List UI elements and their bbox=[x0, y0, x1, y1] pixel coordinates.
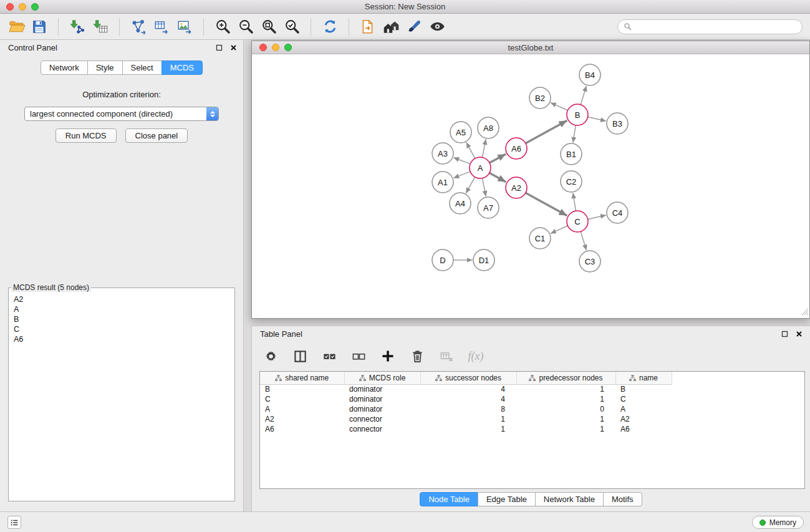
close-panel-icon[interactable] bbox=[230, 44, 237, 51]
home-views-button[interactable] bbox=[381, 17, 401, 37]
node-C2[interactable]: C2 bbox=[561, 171, 582, 192]
tab-network-table[interactable]: Network Table bbox=[535, 492, 604, 506]
edge-A-A3[interactable] bbox=[453, 158, 470, 164]
delete-row-button[interactable] bbox=[408, 347, 426, 365]
tab-edge-table[interactable]: Edge Table bbox=[478, 492, 536, 506]
edge-B-B2[interactable] bbox=[551, 103, 568, 110]
zoom-out-button[interactable] bbox=[236, 17, 256, 37]
column-header-predecessor-nodes[interactable]: predecessor nodes bbox=[516, 372, 615, 384]
mcds-result-item[interactable]: A2 bbox=[14, 294, 229, 304]
edge-C-C2[interactable] bbox=[573, 193, 576, 211]
node-C4[interactable]: C4 bbox=[607, 202, 628, 223]
mcds-result-item[interactable]: C bbox=[14, 324, 229, 334]
panel-list-button[interactable] bbox=[7, 516, 21, 529]
minimize-view-button[interactable] bbox=[272, 44, 279, 51]
tab-style[interactable]: Style bbox=[87, 60, 123, 75]
edge-A-A5[interactable] bbox=[466, 142, 475, 158]
search-input[interactable] bbox=[635, 22, 796, 31]
table-row[interactable]: Bdominator41B bbox=[260, 384, 672, 394]
column-header-MCDS-role[interactable]: MCDS role bbox=[344, 372, 420, 384]
network-canvas[interactable]: B4B2BB3A5A8A6A3B1AA1C2A2A4A7CC4C1C3DD1 bbox=[252, 54, 809, 318]
app-titlebar[interactable]: Session: New Session bbox=[0, 0, 810, 14]
float-panel-icon[interactable] bbox=[216, 44, 223, 51]
mcds-result-item[interactable]: B bbox=[14, 314, 229, 324]
mcds-result-list[interactable]: A2ABCA6 bbox=[10, 293, 233, 500]
node-D1[interactable]: D1 bbox=[473, 249, 494, 271]
column-header-name[interactable]: name bbox=[615, 372, 672, 384]
mcds-result-item[interactable]: A bbox=[14, 304, 229, 314]
node-B4[interactable]: B4 bbox=[579, 64, 600, 85]
node-B2[interactable]: B2 bbox=[529, 87, 551, 109]
birdseye-view-button[interactable] bbox=[404, 17, 424, 37]
node-A6[interactable]: A6 bbox=[506, 138, 527, 159]
tab-motifs[interactable]: Motifs bbox=[603, 492, 642, 506]
tab-mcds[interactable]: MCDS bbox=[162, 60, 203, 75]
edge-C-C3[interactable] bbox=[581, 231, 586, 250]
search-box[interactable] bbox=[617, 19, 803, 34]
node-D[interactable]: D bbox=[432, 249, 453, 271]
node-C1[interactable]: C1 bbox=[529, 228, 551, 249]
tab-node-table[interactable]: Node Table bbox=[420, 492, 478, 506]
import-table-button[interactable] bbox=[90, 17, 110, 37]
edge-A-A1[interactable] bbox=[453, 172, 470, 178]
close-panel-icon[interactable] bbox=[796, 331, 803, 337]
node-A7[interactable]: A7 bbox=[478, 197, 499, 218]
run-mcds-button[interactable]: Run MCDS bbox=[55, 128, 117, 143]
close-view-button[interactable] bbox=[259, 44, 267, 51]
open-folder-button[interactable] bbox=[6, 17, 26, 37]
edge-B-B3[interactable] bbox=[588, 117, 606, 121]
mcds-result-item[interactable]: A6 bbox=[14, 334, 229, 344]
memory-button[interactable]: Memory bbox=[752, 516, 804, 529]
table-row[interactable]: A6connector11A6 bbox=[260, 424, 672, 434]
export-image-button[interactable] bbox=[175, 17, 195, 37]
network-window-titlebar[interactable]: testGlobe.txt bbox=[252, 41, 809, 54]
edge-B-B1[interactable] bbox=[573, 125, 576, 143]
close-panel-button[interactable]: Close panel bbox=[125, 128, 188, 143]
save-session-button[interactable] bbox=[29, 17, 49, 37]
edge-A-A6[interactable] bbox=[489, 154, 506, 163]
node-A2[interactable]: A2 bbox=[506, 177, 527, 198]
edge-A2-C[interactable] bbox=[526, 193, 567, 216]
apply-layout-button[interactable] bbox=[320, 17, 340, 37]
float-panel-icon[interactable] bbox=[781, 331, 788, 337]
node-A4[interactable]: A4 bbox=[450, 193, 471, 214]
edge-A-A8[interactable] bbox=[482, 139, 486, 157]
close-window-button[interactable] bbox=[6, 3, 14, 11]
zoom-in-button[interactable] bbox=[213, 17, 233, 37]
node-A5[interactable]: A5 bbox=[450, 122, 471, 143]
table-row[interactable]: A2connector11A2 bbox=[260, 414, 672, 424]
tab-network[interactable]: Network bbox=[41, 60, 88, 75]
deselect-all-button[interactable] bbox=[350, 347, 367, 365]
node-B[interactable]: B bbox=[567, 104, 588, 125]
add-row-button[interactable] bbox=[379, 347, 397, 365]
tab-select[interactable]: Select bbox=[122, 60, 162, 75]
node-B1[interactable]: B1 bbox=[561, 143, 582, 165]
edge-B-B4[interactable] bbox=[581, 86, 586, 105]
import-document-button[interactable] bbox=[358, 17, 378, 37]
edge-A6-B[interactable] bbox=[526, 120, 567, 143]
node-C3[interactable]: C3 bbox=[579, 251, 600, 272]
node-A8[interactable]: A8 bbox=[478, 117, 499, 138]
node-B3[interactable]: B3 bbox=[607, 113, 628, 134]
node-C[interactable]: C bbox=[567, 211, 588, 232]
edge-A-A7[interactable] bbox=[482, 178, 486, 196]
criterion-dropdown[interactable]: largest connected component (directed) bbox=[24, 107, 219, 121]
choose-columns-button[interactable] bbox=[291, 347, 309, 365]
zoom-window-button[interactable] bbox=[31, 3, 39, 11]
settings-gear-button[interactable] bbox=[262, 347, 279, 365]
node-A[interactable]: A bbox=[470, 157, 491, 178]
edge-A-A2[interactable] bbox=[489, 173, 506, 182]
node-table-container[interactable]: shared nameMCDS rolesuccessor nodesprede… bbox=[259, 371, 805, 489]
import-network-button[interactable] bbox=[67, 17, 87, 37]
column-header-successor-nodes[interactable]: successor nodes bbox=[420, 372, 516, 384]
edge-C-C4[interactable] bbox=[588, 215, 606, 219]
minimize-window-button[interactable] bbox=[19, 3, 26, 11]
node-A3[interactable]: A3 bbox=[432, 143, 453, 164]
zoom-fit-button[interactable] bbox=[259, 17, 279, 37]
edge-C-C1[interactable] bbox=[551, 226, 568, 233]
export-network-button[interactable] bbox=[128, 17, 148, 37]
network-graph[interactable]: B4B2BB3A5A8A6A3B1AA1C2A2A4A7CC4C1C3DD1 bbox=[252, 54, 809, 318]
column-header-shared-name[interactable]: shared name bbox=[260, 372, 344, 384]
zoom-selected-button[interactable] bbox=[282, 17, 302, 37]
zoom-view-button[interactable] bbox=[284, 44, 292, 51]
